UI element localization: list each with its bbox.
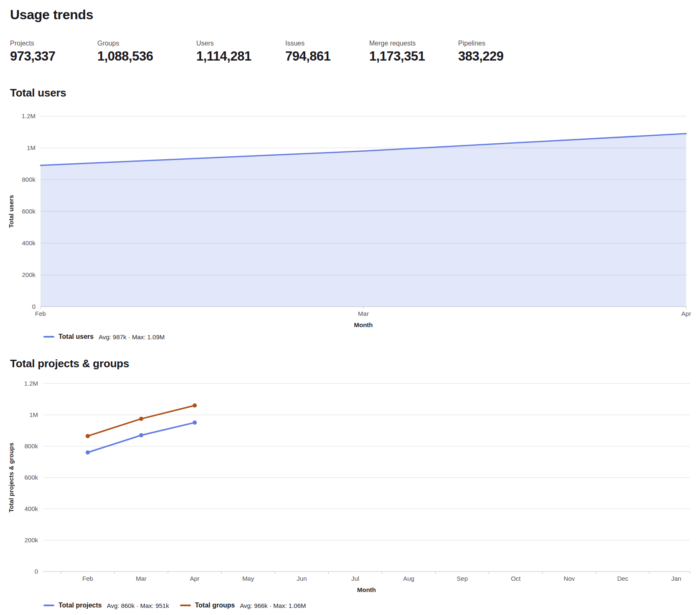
svg-text:Oct: Oct xyxy=(511,575,521,582)
svg-text:Sep: Sep xyxy=(457,575,468,582)
legend-series-name: Total groups xyxy=(195,602,235,609)
svg-text:800k: 800k xyxy=(22,176,36,183)
svg-text:Feb: Feb xyxy=(35,310,46,317)
legend-series-name: Total users xyxy=(58,333,94,341)
svg-text:1.2M: 1.2M xyxy=(24,380,38,387)
svg-text:0: 0 xyxy=(32,303,36,310)
total-projects-groups-chart[interactable]: 0200k400k600k800k1M1.2MFebMarAprMayJunJu… xyxy=(0,371,700,599)
legend-item-total-groups[interactable]: Total groups Avg: 966k · Max: 1.06M xyxy=(180,602,306,609)
stat-value: 1,088,536 xyxy=(97,48,196,64)
stat-label: Users xyxy=(196,39,285,47)
series-color-dash xyxy=(43,336,54,338)
stat-value: 1,114,281 xyxy=(196,48,285,64)
svg-text:0: 0 xyxy=(35,568,38,575)
svg-text:Apr: Apr xyxy=(681,310,691,317)
svg-text:200k: 200k xyxy=(24,536,38,544)
stat-issues: Issues 794,861 xyxy=(285,39,369,64)
stat-value: 1,173,351 xyxy=(369,48,458,64)
stat-label: Groups xyxy=(97,39,196,47)
usage-counts: Projects 973,337 Groups 1,088,536 Users … xyxy=(10,39,700,64)
svg-text:Month: Month xyxy=(354,321,373,328)
svg-text:Total projects & groups: Total projects & groups xyxy=(8,442,15,512)
legend-series-stats: Avg: 860k · Max: 951k xyxy=(107,602,169,609)
svg-text:Mar: Mar xyxy=(358,310,369,317)
total-projects-groups-heading: Total projects & groups xyxy=(10,357,700,370)
svg-text:Feb: Feb xyxy=(82,575,93,582)
stat-pipelines: Pipelines 383,229 xyxy=(458,39,517,64)
series-color-dash xyxy=(180,605,191,606)
svg-text:Apr: Apr xyxy=(190,575,200,582)
stat-value: 973,337 xyxy=(10,48,97,64)
svg-text:1M: 1M xyxy=(29,411,38,418)
svg-text:200k: 200k xyxy=(22,271,36,278)
total-users-heading: Total users xyxy=(10,86,700,99)
legend-series-stats: Avg: 987k · Max: 1.09M xyxy=(99,333,165,341)
svg-text:400k: 400k xyxy=(24,505,38,512)
svg-text:1M: 1M xyxy=(27,144,36,151)
svg-text:Jan: Jan xyxy=(671,575,681,582)
series-color-dash xyxy=(43,605,54,606)
svg-text:May: May xyxy=(242,575,254,582)
total-users-legend: Total users Avg: 987k · Max: 1.09M xyxy=(43,333,700,341)
legend-item-total-projects[interactable]: Total projects Avg: 860k · Max: 951k xyxy=(43,602,169,609)
legend-item-total-users[interactable]: Total users Avg: 987k · Max: 1.09M xyxy=(43,333,165,341)
stat-value: 794,861 xyxy=(285,48,369,64)
total-users-chart[interactable]: 0200k400k600k800k1M1.2MFebMarAprMonthTot… xyxy=(0,104,700,329)
stat-groups: Groups 1,088,536 xyxy=(97,39,196,64)
legend-series-name: Total projects xyxy=(58,602,102,609)
stat-label: Issues xyxy=(285,39,369,47)
svg-text:Nov: Nov xyxy=(564,575,575,582)
svg-text:Aug: Aug xyxy=(403,575,414,582)
svg-text:Total users: Total users xyxy=(8,195,15,228)
svg-text:Jul: Jul xyxy=(351,575,359,582)
svg-text:800k: 800k xyxy=(24,442,38,450)
svg-text:600k: 600k xyxy=(24,474,38,481)
legend-series-stats: Avg: 966k · Max: 1.06M xyxy=(240,602,306,609)
stat-label: Merge requests xyxy=(369,39,458,47)
svg-text:Jun: Jun xyxy=(297,575,307,582)
stat-value: 383,229 xyxy=(458,48,517,64)
svg-text:Month: Month xyxy=(357,586,376,593)
svg-text:600k: 600k xyxy=(22,208,36,215)
svg-text:400k: 400k xyxy=(22,239,36,247)
page-title: Usage trends xyxy=(10,7,700,23)
svg-text:Mar: Mar xyxy=(136,575,147,582)
svg-text:Dec: Dec xyxy=(617,575,629,582)
stat-projects: Projects 973,337 xyxy=(10,39,97,64)
stat-label: Projects xyxy=(10,39,97,47)
svg-text:1.2M: 1.2M xyxy=(22,112,36,119)
total-projects-groups-legend: Total projects Avg: 860k · Max: 951k Tot… xyxy=(43,601,700,610)
stat-users: Users 1,114,281 xyxy=(196,39,285,64)
stat-merge-requests: Merge requests 1,173,351 xyxy=(369,39,458,64)
stat-label: Pipelines xyxy=(458,39,517,47)
